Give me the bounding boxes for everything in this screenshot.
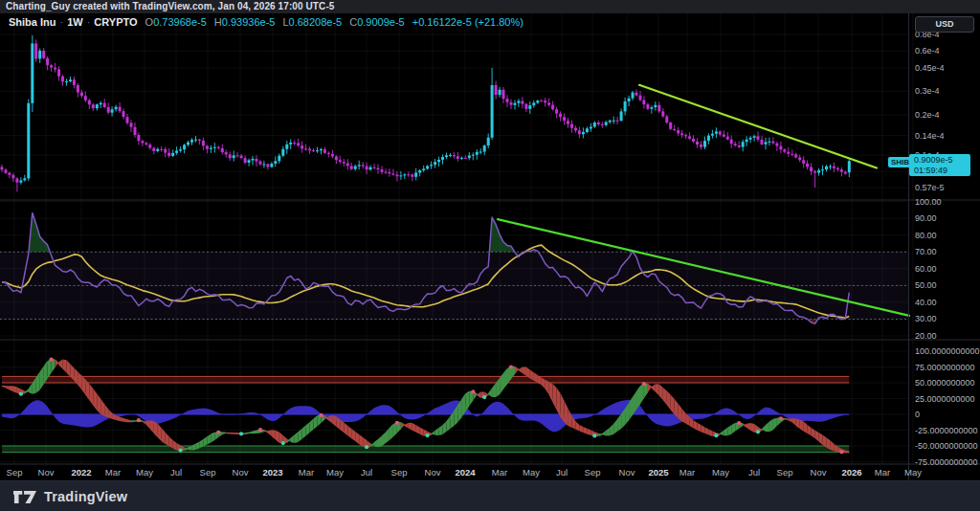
tradingview-logo[interactable]: TradingView (44, 489, 127, 504)
ohlc-letter: O (145, 16, 154, 28)
rsi-axis-tick: 50.00 (915, 280, 937, 290)
rsi-axis-tick: 100.00 (915, 197, 942, 207)
ohlc-letter: H (214, 16, 222, 28)
time-label-month: Sep (391, 467, 408, 478)
time-label-month: Jul (170, 467, 182, 478)
oscillator-axis-tick: 25.0000000000 (915, 394, 975, 404)
last-price-tag: 0.9009e-5 01:59:49 (909, 154, 970, 176)
time-label-month: Jul (748, 467, 760, 478)
rsi-axis-tick: 90.00 (915, 213, 937, 223)
oscillator-axis-tick: 0 (915, 410, 920, 419)
price-panel (1, 35, 878, 192)
time-label-year: 2026 (841, 467, 861, 478)
time-label-month: May (712, 467, 729, 478)
rsi-axis-tick: 60.00 (915, 264, 937, 274)
price-axis-tick: 0.57e-5 (915, 183, 945, 192)
oscillator-axis-tick: -75.0000000000 (915, 457, 978, 467)
time-label-month: May (326, 467, 344, 478)
time-label-year: 2022 (71, 467, 91, 478)
time-label-month: Jul (361, 467, 372, 478)
oscillator-panel (2, 358, 849, 455)
market-label: CRYPTO (94, 16, 137, 28)
last-price-value: 0.9009e-5 (909, 155, 970, 166)
time-label-month: Mar (875, 467, 890, 478)
rsi-axis-tick: 70.00 (915, 247, 937, 256)
time-label-month: Mar (679, 467, 695, 478)
oscillator-axis-tick: -50.0000000000 (915, 441, 978, 451)
ohlc-value: 0.93936e-5 (222, 16, 276, 28)
price-axis-tick: 0.6e-4 (915, 46, 940, 56)
time-label-month: Jul (556, 467, 568, 478)
footer-bar: TradingView (0, 480, 980, 511)
time-label-month: Sep (200, 467, 216, 478)
rsi-axis-tick: 30.00 (915, 314, 937, 323)
oscillator-axis-tick: -25.0000000000 (915, 426, 978, 435)
time-label-year: 2024 (455, 467, 475, 478)
price-axis-tick: 0.14e-4 (915, 131, 945, 141)
ohlc-value: 0.9009e-5 (357, 16, 405, 28)
ohlc-values: O0.73968e-5H0.93936e-5L0.68208e-5C0.9009… (138, 16, 405, 28)
tradingview-snapshot: Charting_Guy created with TradingView.co… (0, 0, 980, 511)
time-label-month: Sep (777, 467, 793, 478)
time-label-month: May (904, 467, 922, 478)
time-label-year: 2023 (262, 467, 282, 478)
price-axis-tick: 0.2e-4 (915, 110, 940, 120)
ohlc-value: 0.68208e-5 (289, 16, 343, 28)
ohlc-letter: C (349, 16, 357, 28)
symbol-name[interactable]: Shiba Inu (9, 16, 56, 28)
oscillator-axis-tick: 75.0000000000 (915, 363, 975, 372)
time-label-month: Mar (299, 467, 314, 478)
time-label-month: Nov (38, 467, 55, 478)
oscillator-axis-tick: 100.0000000000 (915, 346, 980, 356)
legend-separator: · (87, 16, 91, 28)
price-axis-tick: 0.45e-4 (915, 63, 945, 73)
time-label-month: Nov (425, 467, 441, 478)
watermark-text: Charting_Guy created with TradingView.co… (6, 1, 334, 11)
time-label-month: May (523, 467, 540, 478)
currency-button[interactable]: USD (915, 16, 974, 33)
time-label-month: Sep (7, 467, 23, 478)
rsi-axis-tick: 80.00 (915, 231, 937, 240)
chart-canvas[interactable] (0, 0, 980, 511)
time-label-month: May (136, 467, 153, 478)
interval-label[interactable]: 1W (67, 16, 83, 28)
rsi-axis-tick: 20.00 (915, 331, 937, 341)
grid-lines (0, 13, 913, 464)
legend-separator: · (60, 16, 64, 28)
time-label-month: Nov (619, 467, 635, 478)
time-label-month: Mar (105, 467, 121, 478)
time-label-month: Sep (585, 467, 601, 478)
bar-countdown: 01:59:49 (909, 166, 970, 176)
time-label-year: 2025 (648, 467, 668, 478)
time-label-month: Nov (233, 467, 249, 478)
symbol-legend: Shiba Inu·1W·CRYPTOO0.73968e-5H0.93936e-… (9, 16, 523, 28)
tradingview-logo-icon[interactable] (13, 490, 36, 504)
price-axis-tick: 0.3e-4 (915, 86, 940, 96)
time-label-month: Nov (811, 467, 827, 478)
oscillator-axis-tick: 50.0000000000 (915, 378, 975, 388)
time-label-month: Mar (492, 467, 507, 478)
ohlc-value: 0.73968e-5 (153, 16, 207, 28)
change-value: +0.16122e-5 (+21.80%) (412, 16, 523, 28)
rsi-axis-tick: 40.00 (915, 298, 937, 307)
watermark-bar: Charting_Guy created with TradingView.co… (0, 0, 980, 13)
